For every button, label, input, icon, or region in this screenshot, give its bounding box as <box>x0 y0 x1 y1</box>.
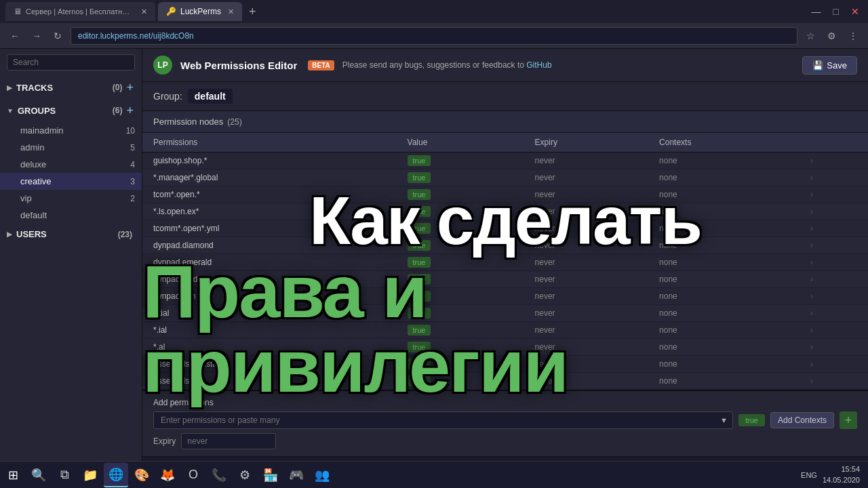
sidebar-item-vip[interactable]: vip 2 <box>0 190 142 207</box>
taskbar-taskview-icon[interactable]: ⧉ <box>52 463 77 487</box>
sidebar-item-admin[interactable]: admin 5 <box>0 139 142 156</box>
perm-row-arrow: › <box>800 356 868 373</box>
table-row[interactable]: dynpad.diamond true never none › <box>142 237 868 254</box>
perm-expiry: never <box>524 237 648 254</box>
sidebar-search-input[interactable] <box>7 54 135 70</box>
bookmark-button[interactable]: ☆ <box>803 29 818 43</box>
sidebar-item-mainadmin[interactable]: mainadmin 10 <box>0 122 142 139</box>
perm-expiry: never <box>524 271 648 288</box>
groups-section-header[interactable]: ▼ GROUPS (6) + <box>0 99 142 122</box>
table-row[interactable]: *.manager*.global true never none › <box>142 169 868 186</box>
table-row[interactable]: dynpad.emerald true never none › <box>142 254 868 271</box>
sidebar-item-creative[interactable]: creative 3 <box>0 173 142 190</box>
perm-expiry: never <box>524 373 648 390</box>
perm-row-arrow: › <box>800 220 868 237</box>
tab-bar: 🖥 Сервер | Aternos | Бесплатный... ✕ 🔑 L… <box>0 0 868 23</box>
tab-1-close[interactable]: ✕ <box>141 7 147 16</box>
table-row[interactable]: tcomm*.open*.yml true never none › <box>142 220 868 237</box>
perm-row-arrow: › <box>800 305 868 322</box>
col-value: Value <box>397 133 524 152</box>
table-row[interactable]: guishop.shop.* true never none › <box>142 152 868 169</box>
taskbar-explorer-icon[interactable]: 📁 <box>78 463 102 487</box>
table-row[interactable]: *.tial true never none › <box>142 305 868 322</box>
taskbar-right: ENG 15:54 14.05.2020 <box>801 464 865 485</box>
back-button[interactable]: ← <box>7 29 23 43</box>
perm-expiry: never <box>524 339 648 356</box>
perm-name: dynpad.diamond <box>142 237 397 254</box>
groups-add-button[interactable]: + <box>125 104 135 117</box>
address-bar[interactable]: editor.luckperms.net/uij8kdcO8n <box>71 27 797 45</box>
table-row[interactable]: dynpad.iron true never none › <box>142 288 868 305</box>
add-contexts-button[interactable]: Add Contexts <box>770 412 834 428</box>
tracks-arrow: ▶ <box>7 84 12 92</box>
table-row[interactable]: essentials.pay true never none › <box>142 373 868 390</box>
perm-expiry: never <box>524 288 648 305</box>
sidebar-item-default[interactable]: default <box>0 207 142 224</box>
editor-header: LP Web Permissions Editor BETA Please se… <box>142 49 868 82</box>
browser-chrome: 🖥 Сервер | Aternos | Бесплатный... ✕ 🔑 L… <box>0 0 868 49</box>
permissions-input[interactable] <box>153 411 733 429</box>
users-section-header[interactable]: ▶ USERS (23) <box>0 224 142 245</box>
table-row[interactable]: essentials.kits.start true never none › <box>142 356 868 373</box>
group-name: default <box>188 89 233 104</box>
perm-expiry: never <box>524 356 648 373</box>
users-section: ▶ USERS (23) <box>0 224 142 245</box>
value-badge: true <box>738 414 765 426</box>
taskbar-teams-icon[interactable]: 👥 <box>310 463 334 487</box>
refresh-button[interactable]: ↻ <box>50 29 65 43</box>
extensions-button[interactable]: ⚙ <box>824 29 840 43</box>
table-row[interactable]: tcom*.open.* true never none › <box>142 186 868 203</box>
taskbar-search-icon[interactable]: 🔍 <box>26 463 51 487</box>
perm-row-arrow: › <box>800 322 868 339</box>
beta-badge: BETA <box>308 60 334 70</box>
table-row[interactable]: *.ls.open.ex* true never none › <box>142 203 868 220</box>
sidebar-item-deluxe-count: 4 <box>130 160 135 169</box>
sidebar-item-creative-count: 3 <box>130 177 135 186</box>
taskbar-chrome-icon[interactable]: 🌐 <box>104 463 128 487</box>
taskbar-game-icon[interactable]: 🎮 <box>284 463 309 487</box>
save-button[interactable]: 💾 Save <box>802 56 857 75</box>
taskbar-opera-icon[interactable]: O <box>181 463 205 487</box>
minimize-button[interactable]: — <box>808 5 825 18</box>
perm-value: true <box>397 254 524 271</box>
perm-expiry: never <box>524 254 648 271</box>
taskbar-firefox-icon[interactable]: 🦊 <box>155 463 180 487</box>
content-inner: Permissions Value Expiry Contexts guisho… <box>142 133 868 456</box>
forward-button[interactable]: → <box>28 29 45 43</box>
perm-row-arrow: › <box>800 203 868 220</box>
tab-2-close[interactable]: ✕ <box>228 7 234 16</box>
perm-name: guishop.shop.* <box>142 152 397 169</box>
groups-label: GROUPS <box>18 106 113 116</box>
maximize-button[interactable]: □ <box>830 5 842 18</box>
perm-name: essentials.pay <box>142 373 397 390</box>
start-button[interactable]: ⊞ <box>3 468 24 483</box>
permissions-section-header: Permission nodes (25) <box>142 111 868 133</box>
table-row[interactable]: *.al true never none › <box>142 339 868 356</box>
add-permissions-row: ▼ true Add Contexts + <box>153 411 857 429</box>
taskbar-settings-icon[interactable]: ⚙ <box>233 463 257 487</box>
expiry-input[interactable] <box>181 433 276 449</box>
perm-row-arrow: › <box>800 254 868 271</box>
taskbar-store-icon[interactable]: 🏪 <box>258 463 283 487</box>
tracks-section-header[interactable]: ▶ TRACKS (0) + <box>0 76 142 99</box>
perm-expiry: never <box>524 169 648 186</box>
groups-arrow: ▼ <box>7 107 14 115</box>
tab-1[interactable]: 🖥 Сервер | Aternos | Бесплатный... ✕ <box>5 2 155 21</box>
table-row[interactable]: dynpad.gold true never none › <box>142 271 868 288</box>
menu-button[interactable]: ⋮ <box>845 29 861 43</box>
sidebar-item-deluxe[interactable]: deluxe 4 <box>0 156 142 173</box>
perm-expiry: never <box>524 220 648 237</box>
new-tab-button[interactable]: + <box>245 5 260 19</box>
add-plus-button[interactable]: + <box>840 411 857 429</box>
perm-value: true <box>397 356 524 373</box>
github-link[interactable]: GitHub <box>526 60 551 70</box>
table-row[interactable]: *.ial true never none › <box>142 322 868 339</box>
tracks-count: (0) <box>113 83 123 92</box>
tab-2[interactable]: 🔑 LuckPerms ✕ <box>158 2 242 21</box>
taskbar-paint-icon[interactable]: 🎨 <box>130 463 154 487</box>
sidebar-item-mainadmin-label: mainadmin <box>20 125 121 136</box>
tracks-add-button[interactable]: + <box>125 81 135 94</box>
taskbar-viber-icon[interactable]: 📞 <box>207 463 231 487</box>
perm-value: true <box>397 237 524 254</box>
close-button[interactable]: ✕ <box>848 5 863 18</box>
